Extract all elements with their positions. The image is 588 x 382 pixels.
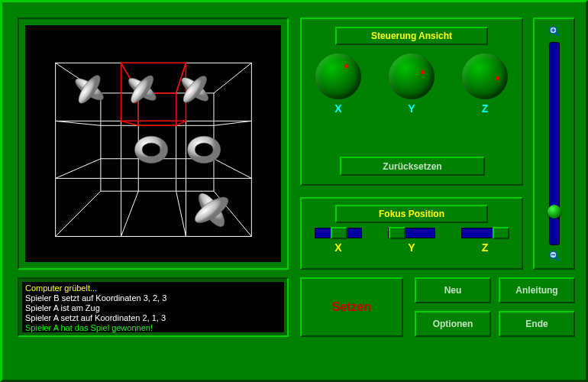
reset-view-button[interactable]: Zurücksetzen (340, 157, 485, 176)
view-control-title: Steuerung Ansicht (335, 27, 488, 45)
dial-label-y: Y (408, 102, 415, 115)
magnify-plus-icon[interactable] (548, 25, 561, 37)
focus-label-z: Z (482, 241, 489, 254)
dial-label-x: X (334, 102, 341, 115)
log-line: Computer grübelt... (25, 283, 281, 293)
zoom-panel (533, 18, 575, 270)
new-game-button[interactable]: Neu (415, 277, 491, 303)
focus-position-panel: Fokus Position X Y Z (300, 197, 523, 270)
svg-line-4 (56, 191, 101, 236)
zoom-thumb[interactable] (548, 205, 561, 219)
svg-line-16 (121, 191, 139, 236)
log-line: Spieler B setzt auf Koordinaten 3, 2, 3 (25, 293, 281, 303)
svg-line-41 (556, 33, 559, 36)
game-log: Computer grübelt...Spieler B setzt auf K… (22, 282, 284, 332)
view-control-panel: Steuerung Ansicht X Y Z Zurückset (300, 18, 523, 186)
focus-sliders: X Y Z (302, 228, 522, 254)
svg-point-37 (195, 143, 213, 157)
svg-line-45 (556, 257, 559, 261)
instructions-button[interactable]: Anleitung (499, 277, 575, 303)
focus-slider-x[interactable] (315, 228, 362, 238)
svg-line-3 (214, 63, 251, 92)
game-3d-view[interactable] (25, 25, 281, 262)
svg-point-39 (191, 193, 231, 228)
game-log-frame: Computer grübelt...Spieler B setzt auf K… (18, 277, 289, 337)
svg-line-19 (56, 159, 101, 179)
svg-point-31 (128, 73, 157, 106)
svg-line-20 (214, 121, 251, 125)
quit-button[interactable]: Ende (499, 311, 575, 337)
zoom-slider[interactable] (549, 42, 560, 245)
svg-point-29 (75, 73, 104, 107)
place-button[interactable]: Setzen (300, 277, 403, 337)
options-button[interactable]: Optionen (415, 311, 491, 337)
log-line: Spieler A ist am Zug (25, 303, 281, 313)
svg-point-35 (142, 143, 160, 157)
dial-label-z: Z (482, 102, 489, 115)
magnify-minus-icon[interactable] (548, 250, 561, 262)
log-line: Spieler A hat das Spiel gewonnen! (25, 323, 281, 333)
focus-position-title: Fokus Position (335, 205, 488, 223)
rotation-dial-x[interactable] (315, 53, 361, 99)
rotation-dial-z[interactable] (462, 53, 508, 99)
rotation-dial-y[interactable] (389, 53, 435, 99)
svg-line-27 (176, 121, 186, 125)
log-line: Spieler A setzt auf Koordinaten 2, 1, 3 (25, 313, 281, 323)
game-3d-view-frame (18, 18, 289, 270)
focus-slider-y[interactable] (388, 228, 435, 238)
focus-label-y: Y (408, 241, 415, 254)
svg-line-21 (214, 159, 251, 179)
rotation-dials: X Y Z (302, 53, 522, 115)
svg-line-17 (176, 191, 186, 236)
focus-label-x: X (334, 241, 341, 254)
svg-line-18 (56, 121, 101, 125)
svg-line-26 (121, 121, 139, 125)
focus-slider-z[interactable] (461, 228, 509, 238)
